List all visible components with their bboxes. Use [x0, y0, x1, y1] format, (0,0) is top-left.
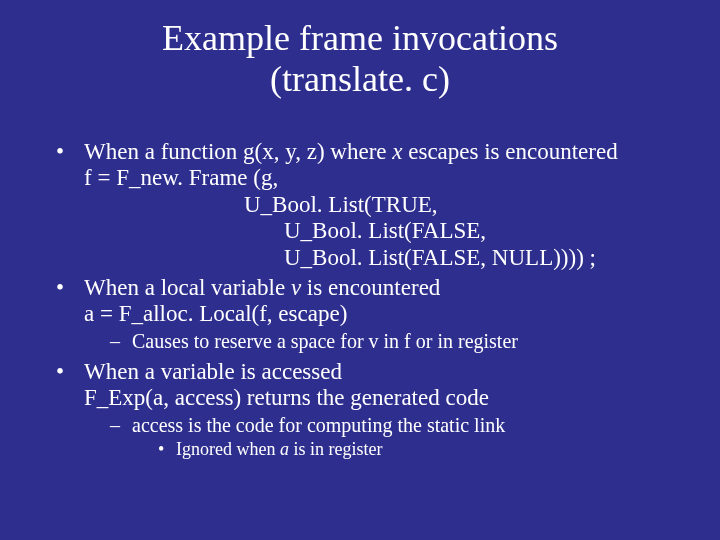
b2-line2: a = F_alloc. Local(f, escape): [84, 301, 700, 327]
b1-text-a: When a function g(x, y, z) where: [84, 139, 392, 164]
bullet-3: When a variable is accessed F_Exp(a, acc…: [56, 359, 700, 460]
title-line-1: Example frame invocations: [162, 18, 558, 58]
slide-title: Example frame invocations (translate. c): [20, 18, 700, 101]
b1-text-c: escapes is encountered: [402, 139, 617, 164]
title-line-2: (translate. c): [270, 59, 450, 99]
b1-line5: U_Bool. List(FALSE, NULL)))) ;: [84, 245, 700, 271]
b1-line3: U_Bool. List(TRUE,: [84, 192, 700, 218]
b3-sub1: access is the code for computing the sta…: [110, 414, 700, 460]
b3-sub2-c: is in register: [289, 439, 382, 459]
b2-sub1: Causes to reserve a space for v in f or …: [110, 330, 700, 353]
b3-sub2-a: Ignored when: [176, 439, 280, 459]
b1-line4: U_Bool. List(FALSE,: [84, 218, 700, 244]
b3-line2: F_Exp(a, access) returns the generated c…: [84, 385, 700, 411]
bullet-1: When a function g(x, y, z) where x escap…: [56, 139, 700, 271]
b2-text-a: When a local variable: [84, 275, 291, 300]
b2-sublist: Causes to reserve a space for v in f or …: [110, 330, 700, 353]
b3-line1: When a variable is accessed: [84, 359, 342, 384]
b1-text-b: x: [392, 139, 402, 164]
b2-sub1-text: Causes to reserve a space for v in f or …: [132, 330, 518, 352]
b3-sub2: Ignored when a is in register: [158, 439, 700, 460]
b1-line2: f = F_new. Frame (g,: [84, 165, 700, 191]
b3-sublist: access is the code for computing the sta…: [110, 414, 700, 460]
bullet-2: When a local variable v is encountered a…: [56, 275, 700, 353]
b2-text-c: is encountered: [301, 275, 440, 300]
slide: Example frame invocations (translate. c)…: [0, 0, 720, 540]
b3-sub1-text: access is the code for computing the sta…: [132, 414, 505, 436]
b2-text-b: v: [291, 275, 301, 300]
b3-subsublist: Ignored when a is in register: [158, 439, 700, 460]
b3-sub2-b: a: [280, 439, 289, 459]
bullet-list: When a function g(x, y, z) where x escap…: [56, 139, 700, 460]
